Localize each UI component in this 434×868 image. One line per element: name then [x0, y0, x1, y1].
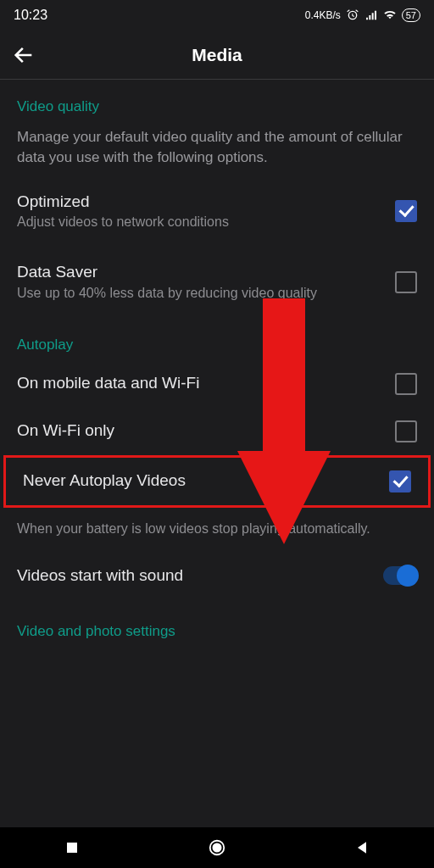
wifi-icon: [383, 8, 397, 22]
checkbox-checked-icon[interactable]: [395, 200, 417, 222]
option-never-autoplay[interactable]: Never Autoplay Videos: [6, 458, 428, 505]
nav-recent-icon[interactable]: [63, 838, 81, 857]
video-quality-description: Manage your default video quality and th…: [0, 122, 434, 176]
section-video-photo: Video and photo settings: [0, 604, 434, 647]
option-title: On Wi-Fi only: [17, 420, 385, 442]
status-time: 10:23: [14, 8, 47, 23]
signal-icon: [364, 8, 378, 22]
settings-content: Video quality Manage your default video …: [0, 80, 434, 647]
app-bar: Media: [0, 31, 434, 80]
page-title: Media: [12, 45, 422, 65]
option-optimized[interactable]: Optimized Adjust videos to network condi…: [0, 176, 434, 247]
option-data-saver[interactable]: Data Saver Use up to 40% less data by re…: [0, 247, 434, 317]
highlight-annotation: Never Autoplay Videos: [3, 455, 431, 508]
checkbox-icon[interactable]: [395, 271, 417, 293]
option-wifi-only[interactable]: On Wi-Fi only: [0, 408, 434, 455]
option-title: Data Saver: [17, 262, 385, 283]
autoplay-note: When your battery is low videos stop pla…: [0, 508, 434, 547]
nav-home-icon[interactable]: [208, 838, 226, 857]
option-title: On mobile data and Wi-Fi: [17, 373, 385, 394]
checkbox-icon[interactable]: [395, 373, 417, 395]
option-title: Optimized: [17, 192, 385, 213]
option-subtitle: Use up to 40% less data by reducing vide…: [17, 285, 385, 303]
alarm-icon: [346, 8, 359, 22]
checkbox-checked-icon[interactable]: [389, 470, 411, 492]
network-speed: 0.4KB/s: [305, 9, 341, 21]
nav-back-icon[interactable]: [353, 838, 371, 857]
option-title: Videos start with sound: [17, 565, 373, 587]
status-bar: 10:23 0.4KB/s 57: [0, 0, 434, 31]
status-icons: 0.4KB/s 57: [305, 8, 420, 22]
section-autoplay: Autoplay: [0, 318, 434, 360]
toggle-on-icon[interactable]: [383, 566, 417, 585]
svg-point-2: [213, 843, 220, 851]
option-mobile-wifi[interactable]: On mobile data and Wi-Fi: [0, 360, 434, 408]
svg-rect-0: [67, 843, 77, 853]
option-subtitle: Adjust videos to network conditions: [17, 214, 385, 231]
checkbox-icon[interactable]: [395, 420, 417, 442]
navigation-bar: [0, 827, 434, 868]
option-start-with-sound[interactable]: Videos start with sound: [0, 547, 434, 604]
battery-indicator: 57: [402, 8, 420, 22]
section-video-quality: Video quality: [0, 80, 434, 122]
option-title: Never Autoplay Videos: [23, 470, 379, 492]
